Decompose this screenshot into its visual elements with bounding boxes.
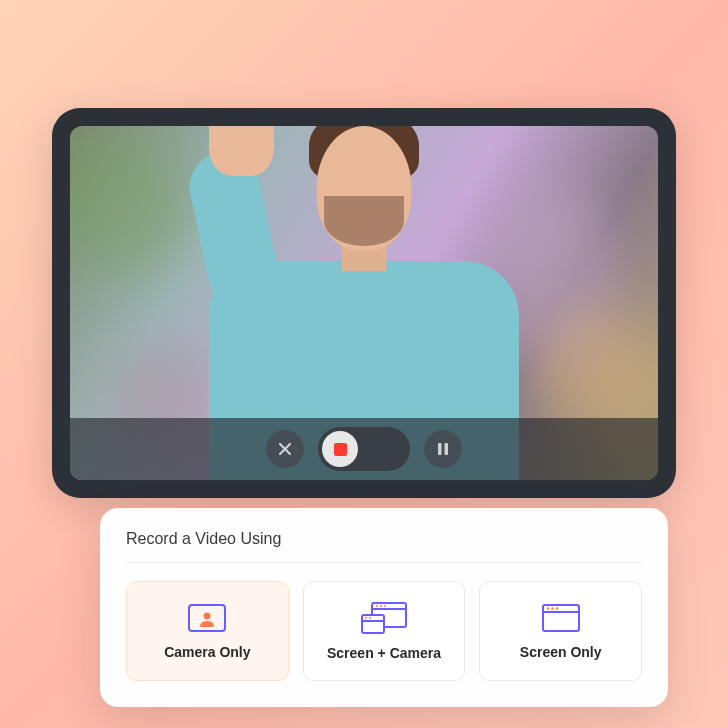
option-label: Screen + Camera bbox=[327, 645, 441, 661]
svg-point-11 bbox=[365, 617, 367, 619]
camera-only-icon bbox=[186, 602, 228, 634]
svg-point-8 bbox=[384, 605, 386, 607]
close-icon bbox=[278, 442, 292, 456]
background-blur bbox=[70, 136, 190, 276]
recording-controls-bar bbox=[70, 418, 658, 480]
pause-icon bbox=[437, 442, 449, 456]
svg-point-3 bbox=[204, 613, 211, 620]
option-label: Screen Only bbox=[520, 644, 602, 660]
record-icon bbox=[334, 443, 347, 456]
svg-point-16 bbox=[551, 607, 553, 609]
record-button bbox=[322, 431, 358, 467]
panel-title: Record a Video Using bbox=[126, 530, 642, 563]
option-label: Camera Only bbox=[164, 644, 250, 660]
svg-point-17 bbox=[555, 607, 557, 609]
screen-camera-icon bbox=[360, 601, 408, 635]
camera-preview bbox=[70, 126, 658, 480]
svg-point-6 bbox=[376, 605, 378, 607]
pause-button[interactable] bbox=[424, 430, 462, 468]
record-toggle[interactable] bbox=[318, 427, 410, 471]
svg-point-15 bbox=[546, 607, 548, 609]
svg-rect-1 bbox=[445, 443, 449, 455]
option-screen-only[interactable]: Screen Only bbox=[479, 581, 642, 681]
svg-point-7 bbox=[380, 605, 382, 607]
option-screen-plus-camera[interactable]: Screen + Camera bbox=[303, 581, 466, 681]
close-button[interactable] bbox=[266, 430, 304, 468]
option-camera-only[interactable]: Camera Only bbox=[126, 581, 289, 681]
options-row: Camera Only Screen + Camera bbox=[126, 581, 642, 681]
svg-rect-0 bbox=[438, 443, 442, 455]
tablet-device-frame bbox=[52, 108, 676, 498]
screen-only-icon bbox=[540, 602, 582, 634]
svg-point-12 bbox=[369, 617, 371, 619]
record-options-panel: Record a Video Using Camera Only bbox=[100, 508, 668, 707]
